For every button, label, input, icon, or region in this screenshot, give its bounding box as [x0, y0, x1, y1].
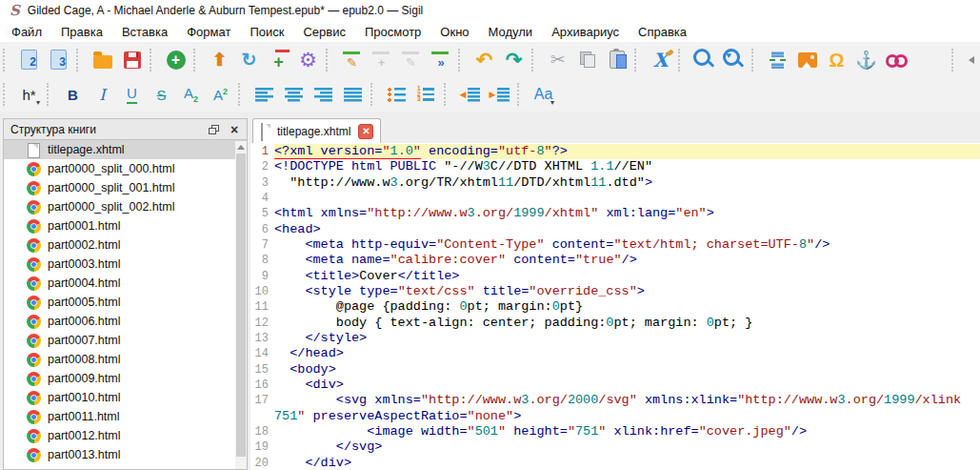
code-line[interactable]	[274, 191, 980, 206]
code-line[interactable]: <div>	[274, 378, 980, 393]
indent-button[interactable]: ▶	[485, 80, 514, 109]
toolbar-grip[interactable]	[751, 49, 760, 72]
move-up-button[interactable]: ⬆	[205, 46, 234, 74]
bullet-list-button[interactable]	[382, 80, 411, 109]
numbered-list-button[interactable]: 123	[411, 80, 441, 109]
panel-float-button[interactable]	[205, 122, 222, 137]
tab-close-button[interactable]: ✕	[358, 124, 373, 139]
insert-link-button[interactable]	[881, 46, 910, 74]
file-list-item[interactable]: part0009.html	[4, 369, 247, 388]
refresh-button[interactable]: ↻	[234, 46, 264, 74]
code-line[interactable]: @page {padding: 0pt; margin:0pt}	[274, 299, 980, 315]
undo-button[interactable]: ↶	[470, 46, 499, 74]
menu-item[interactable]: Сервис	[293, 23, 355, 41]
settings-button[interactable]: ⚙	[293, 46, 323, 74]
text-case-button[interactable]: ▾Aa	[529, 80, 558, 109]
menu-item[interactable]: Правка	[51, 23, 112, 41]
align-center-button[interactable]	[279, 80, 309, 109]
code-line[interactable]: <meta name="calibre:cover" content="true…	[274, 253, 980, 268]
code-line[interactable]: </svg>	[274, 439, 980, 455]
menu-item[interactable]: Поиск	[240, 23, 293, 41]
file-list-item[interactable]: titlepage.xhtml	[4, 140, 247, 159]
code-line[interactable]: <svg xmlns="http://www.w3.org/2000/svg" …	[274, 393, 980, 408]
code-line[interactable]: <title>Cover</title>	[274, 269, 980, 284]
bold-button[interactable]: B	[58, 80, 88, 109]
insert-plus-button[interactable]: +	[264, 46, 293, 74]
code-line[interactable]: <html xmlns="http://www.w3.org/1999/xhtm…	[274, 206, 980, 221]
heading-select-button[interactable]: ▾h*	[14, 80, 44, 109]
tab-titlepage[interactable]: titlepage.xhtml ✕	[252, 118, 381, 143]
code-line[interactable]: <head>	[274, 222, 980, 237]
code-line[interactable]: "http://www.w3.org/TR/xhtml11/DTD/xhtml1…	[274, 175, 980, 191]
toolbar-grip[interactable]	[370, 83, 379, 106]
menu-item[interactable]: Формат	[177, 23, 240, 41]
cut-button[interactable]: ✂	[543, 46, 572, 74]
file-list-item[interactable]: part0003.html	[4, 255, 247, 274]
strikethrough-button[interactable]: S	[147, 80, 176, 109]
code-line[interactable]: </style>	[274, 331, 980, 346]
file-list-item[interactable]: part0012.html	[4, 426, 247, 445]
file-list-item[interactable]: part0000_split_002.html	[4, 197, 247, 216]
subscript-button[interactable]: A2	[176, 80, 206, 109]
panel-close-button[interactable]: ×	[226, 122, 243, 137]
align-right-button[interactable]	[309, 80, 338, 109]
toolbar-grip[interactable]	[76, 49, 85, 72]
insert-anchor-button[interactable]: ⚓	[851, 46, 881, 74]
open-file-button[interactable]	[88, 46, 117, 74]
code-line[interactable]: <style type="text/css" title="override_c…	[274, 284, 980, 299]
toolbar-grip[interactable]	[238, 83, 247, 106]
underline-button[interactable]: U	[117, 80, 147, 109]
copy-button[interactable]	[572, 46, 602, 74]
checkpoint-edit-button[interactable]: ✎	[337, 46, 367, 74]
toolbar-grip[interactable]	[3, 83, 11, 106]
toolbar-grip[interactable]	[444, 83, 452, 106]
file-list-item[interactable]: part0002.html	[4, 235, 247, 255]
code-line[interactable]: <!DOCTYPE html PUBLIC "-//W3C//DTD XHTML…	[274, 159, 980, 174]
code-text-area[interactable]: <?xml version="1.0" encoding="utf-8"?><!…	[274, 143, 980, 470]
find-button[interactable]	[690, 46, 719, 74]
toolbar-overflow-icon[interactable]	[969, 56, 974, 64]
new-epub2-button[interactable]: 2	[14, 46, 44, 74]
file-list-item[interactable]: part0013.html	[4, 445, 247, 464]
menu-item[interactable]: Архивариус	[542, 23, 629, 41]
menu-item[interactable]: Файл	[2, 23, 51, 41]
split-marker-button[interactable]	[763, 46, 792, 74]
align-left-button[interactable]	[250, 80, 279, 109]
menu-item[interactable]: Модули	[479, 23, 543, 41]
superscript-button[interactable]: A2	[206, 80, 235, 109]
code-line[interactable]: <?xml version="1.0" encoding="utf-8"?>	[274, 144, 980, 159]
file-list-item[interactable]: part0011.html	[4, 407, 247, 426]
toolbar-grip[interactable]	[517, 83, 526, 106]
insert-image-button[interactable]	[792, 46, 822, 74]
file-list-item[interactable]: part0010.html	[4, 388, 247, 407]
toolbar-grip[interactable]	[3, 49, 11, 72]
code-line[interactable]: <body>	[274, 362, 980, 378]
scrollbar-up-arrow-icon[interactable]	[235, 141, 247, 153]
toolbar-grip[interactable]	[150, 49, 158, 72]
file-list-item[interactable]: part0000_split_001.html	[4, 178, 247, 197]
find-special-button[interactable]	[719, 46, 749, 74]
code-line[interactable]: body { text-align: center; padding:0pt; …	[274, 316, 980, 331]
italic-button[interactable]: I	[88, 80, 117, 109]
paste-button[interactable]	[602, 46, 631, 74]
code-line[interactable]: </head>	[274, 346, 980, 361]
code-line[interactable]: <meta http-equiv="Content-Type" content=…	[274, 237, 980, 253]
scrollbar-thumb[interactable]	[236, 153, 246, 457]
code-line[interactable]: <image width="501" height="751" xlink:hr…	[274, 424, 980, 439]
align-justify-button[interactable]	[338, 80, 368, 109]
menu-item[interactable]: Просмотр	[355, 23, 430, 41]
special-characters-button[interactable]: Ω	[822, 46, 851, 74]
toolbar-grip[interactable]	[326, 49, 334, 72]
toolbar-grip[interactable]	[634, 49, 643, 72]
redo-button[interactable]: ↷	[499, 46, 529, 74]
toolbar-grip[interactable]	[531, 49, 540, 72]
menu-item[interactable]: Вставка	[112, 23, 177, 41]
code-line[interactable]: 751" preserveAspectRatio="none">	[274, 409, 980, 424]
menu-item[interactable]: Окно	[430, 23, 478, 41]
file-list-item[interactable]: part0006.html	[4, 312, 247, 331]
toolbar-grip[interactable]	[458, 49, 467, 72]
toolbar-grip[interactable]	[678, 49, 687, 72]
file-list-item[interactable]: part0000_split_000.html	[4, 159, 247, 178]
file-list-item[interactable]: part0007.html	[4, 331, 247, 350]
toolbar-grip[interactable]	[193, 49, 202, 72]
